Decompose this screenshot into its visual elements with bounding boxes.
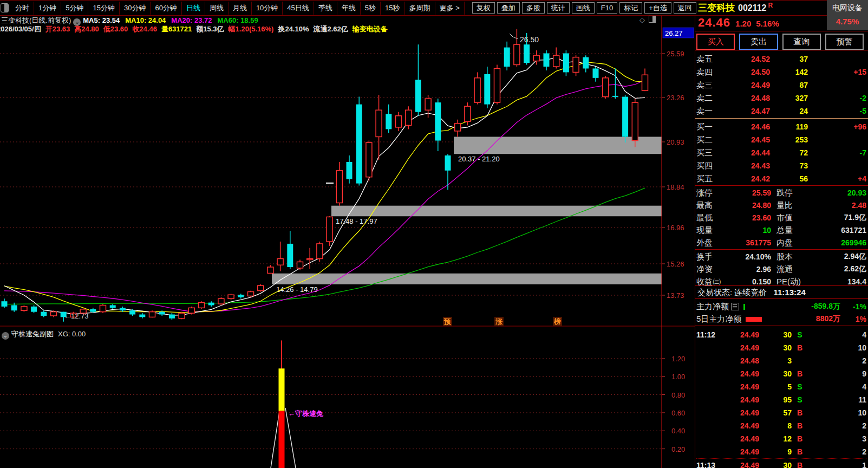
ask-price: 24.48 (728, 94, 770, 102)
svg-text:0.60: 0.60 (671, 409, 685, 417)
chart-svg[interactable]: 25.5923.2620.9318.8416.9615.2613.7326.27… (0, 0, 695, 468)
panel-button[interactable]: 查询 (782, 34, 821, 50)
stat-value: 23.60 (730, 213, 771, 222)
tick-price: 24.49 (721, 461, 759, 468)
toolbar-tool[interactable]: 复权 (472, 2, 495, 14)
stat-row: 外盘 361775 内盘 269946 (696, 237, 866, 249)
toolbar-period[interactable]: 30分钟 (120, 2, 151, 15)
bid-price: 24.42 (728, 174, 770, 183)
divider (695, 50, 868, 51)
svg-text:20.37 - 21.20: 20.37 - 21.20 (458, 155, 500, 163)
toolbar-tool[interactable]: F10 (597, 2, 617, 14)
ask-row[interactable]: 卖三 24.49 87 (696, 79, 866, 92)
toolbar-period[interactable]: 5分钟 (61, 2, 88, 15)
info-segment: 换24.10% (278, 25, 309, 33)
buy-button[interactable]: 买入 (696, 34, 735, 50)
toolbar-period[interactable]: 45日线 (283, 2, 314, 15)
collapse-icon[interactable]: ⌄ (2, 332, 9, 340)
ask-row[interactable]: 卖一 24.47 24 -5 (696, 105, 866, 118)
toolbar-period[interactable]: 月线 (229, 2, 252, 15)
marquee-char: 预 (443, 317, 452, 326)
toolbar-tool[interactable]: 多股 (522, 2, 545, 14)
tick-volume: 30 (759, 343, 792, 352)
ask-bid-divider (695, 119, 868, 119)
toolbar-period[interactable]: 多周期 (405, 2, 435, 15)
stock-name: 三变科技 (698, 3, 735, 13)
toolbar-period[interactable]: 分时 (11, 2, 34, 15)
sector-name: 电网设备 (827, 3, 868, 13)
toolbar-tool[interactable]: 叠加 (497, 2, 520, 14)
toolbar-tool[interactable]: +自选 (644, 2, 671, 14)
tick-row: 11:13 24.49 30 B 1 (696, 458, 866, 468)
toolbar-period[interactable]: 日线 (182, 2, 205, 15)
stat-label: 跌停 (776, 188, 809, 198)
stat-value: 71.9亿 (809, 213, 866, 223)
tick-side: B (792, 434, 808, 443)
ask-row[interactable]: 卖二 24.48 327 -2 (696, 92, 866, 105)
tick-count: 3 (808, 434, 866, 443)
tick-row: 24.49 57 B 10 (696, 406, 866, 419)
toolbar-period[interactable]: 更多 > (435, 2, 465, 15)
bid-row[interactable]: 买五 24.42 56 +4 (696, 172, 866, 185)
bid-label: 买五 (696, 174, 728, 184)
tick-time: 11:13 (696, 461, 721, 468)
svg-text:25.59: 25.59 (667, 50, 684, 58)
money-flow-row: 5日主力净额 8802万 1% (696, 313, 866, 325)
panel-left-border (695, 0, 695, 468)
bid-delta: -7 (808, 148, 866, 157)
tick-volume: 12 (759, 434, 792, 443)
bid-row[interactable]: 买三 24.44 72 -7 (696, 146, 866, 159)
stat-value: 2.96 (730, 265, 771, 274)
panel-button[interactable]: 预警 (825, 34, 864, 50)
toolbar-period[interactable]: 季线 (314, 2, 337, 15)
svg-text:13.73: 13.73 (667, 291, 684, 300)
toolbar-period[interactable]: 5秒 (361, 2, 381, 15)
bid-volume: 72 (770, 148, 808, 157)
trade-status-row: 交易状态: 连续竞价 11:13:24 (697, 288, 866, 298)
tick-side: B (792, 421, 808, 430)
trade-status-label: 交易状态: (697, 288, 732, 297)
toolbar-period[interactable]: 60分钟 (151, 2, 181, 15)
svg-text:17.48 - 17.97: 17.48 - 17.97 (336, 217, 377, 225)
bid-row[interactable]: 买一 24.46 119 +96 (696, 120, 866, 133)
flow-value: 8802万 (762, 314, 840, 324)
flow-pct: 1% (840, 315, 866, 323)
toolbar-tool[interactable]: 画线 (572, 2, 595, 14)
toolbar-tool[interactable]: 标记 (619, 2, 642, 14)
toolbar-period[interactable]: 1分钟 (34, 2, 61, 15)
toolbar-tool[interactable]: 统计 (547, 2, 570, 14)
tick-count: 2 (808, 447, 866, 456)
svg-text:26.27: 26.27 (665, 29, 683, 37)
toolbar-period[interactable]: 10分钟 (252, 2, 283, 15)
ask-volume: 327 (770, 94, 808, 102)
tick-volume: 9 (759, 447, 792, 456)
sector-box[interactable]: 电网设备 4.75% (827, 0, 868, 30)
bid-row[interactable]: 买二 24.45 253 (696, 133, 866, 146)
stat-label: 市值 (776, 213, 809, 223)
ask-row[interactable]: 卖四 24.50 142 +15 (696, 66, 866, 79)
stat-label: 内盘 (776, 238, 809, 248)
ask-row[interactable]: 卖五 24.52 37 (696, 53, 866, 66)
toolbar-period[interactable]: 15秒 (381, 2, 404, 15)
diamond-icon[interactable]: ◇ (639, 16, 645, 24)
tick-count: 1 (808, 461, 866, 468)
window-icon[interactable] (1, 3, 9, 12)
split-pane-icon[interactable] (649, 16, 656, 23)
toolbar-period[interactable]: 年线 (337, 2, 361, 15)
main-chart-canvas[interactable]: 25.5923.2620.9318.8416.9615.2613.7326.27… (0, 0, 695, 468)
detail-icon[interactable] (731, 303, 739, 310)
bid-row[interactable]: 买四 24.43 73 (696, 159, 866, 172)
toolbar-period[interactable]: 15分钟 (88, 2, 119, 15)
sell-button[interactable]: 卖出 (739, 34, 778, 50)
svg-text:15.26: 15.26 (667, 260, 684, 268)
toolbar-tool[interactable]: 返回 (674, 2, 696, 14)
info-segment: 量631721 (161, 25, 192, 33)
info-segment: 2026/03/05/四 (0, 25, 41, 33)
stock-code: 002112 (738, 3, 767, 12)
marquee-char: 涨 (494, 317, 504, 326)
toolbar-period[interactable]: 周线 (205, 2, 229, 15)
tick-side: S (792, 330, 808, 339)
ask-label: 卖二 (696, 93, 728, 103)
ask-volume: 142 (770, 68, 808, 76)
tick-volume: 5 (759, 382, 792, 391)
